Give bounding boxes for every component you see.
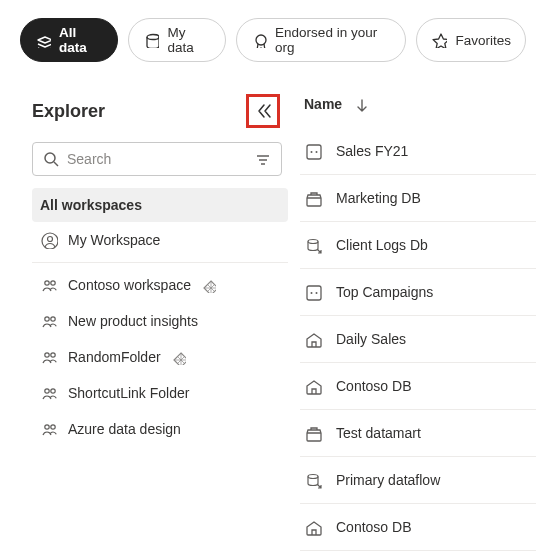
group-icon <box>40 348 58 366</box>
item-label: Contoso DB <box>336 378 411 394</box>
dataflow-icon <box>304 236 322 254</box>
stack-icon <box>35 32 51 48</box>
dataset-icon <box>304 142 322 160</box>
workspace-item-rand[interactable]: RandomFolder <box>32 339 288 375</box>
search-icon <box>42 150 60 168</box>
workspace-item-short[interactable]: ShortcutLink Folder <box>32 375 288 411</box>
house-icon <box>304 330 322 348</box>
item-label: Top Campaigns <box>336 284 433 300</box>
item-row[interactable]: Contoso DB <box>300 363 536 410</box>
workspace-label: Contoso workspace <box>68 277 191 293</box>
workspace-item-all[interactable]: All workspaces <box>32 188 288 222</box>
item-label: Daily Sales <box>336 331 406 347</box>
filter-pill-all[interactable]: All data <box>20 18 118 62</box>
filter-pill-mine[interactable]: My data <box>128 18 226 62</box>
explorer-panel: Explorer All workspacesMy WorkspaceConto… <box>0 72 300 560</box>
diamond-icon <box>171 350 186 365</box>
diamond-icon <box>201 278 216 293</box>
item-row[interactable]: Top Campaigns <box>300 269 536 316</box>
workspace-item-myws[interactable]: My Workspace <box>32 222 288 258</box>
item-label: Sales FY21 <box>336 143 408 159</box>
badge-icon <box>251 32 267 48</box>
sort-arrow-down-icon <box>352 96 368 112</box>
workspace-label: RandomFolder <box>68 349 161 365</box>
filter-pills-row: All data My data Endorsed in your org Fa… <box>0 0 546 72</box>
datamart-icon <box>304 189 322 207</box>
item-label: Contoso DB <box>336 519 411 535</box>
filter-icon[interactable] <box>254 151 272 169</box>
content-panel: Name Sales FY21 Marketing DB Client Logs… <box>300 72 546 560</box>
workspace-list: All workspacesMy WorkspaceContoso worksp… <box>32 188 288 447</box>
workspace-label: Azure data design <box>68 421 181 437</box>
item-row[interactable]: Daily Sales <box>300 316 536 363</box>
item-row[interactable]: Sales FY21 <box>300 128 536 175</box>
explorer-title: Explorer <box>32 101 105 122</box>
item-row[interactable]: Client Logs Db <box>300 222 536 269</box>
item-row[interactable]: Test datamart <box>300 410 536 457</box>
workspace-label: My Workspace <box>68 232 160 248</box>
item-label: Test datamart <box>336 425 421 441</box>
item-label: Primary dataflow <box>336 472 440 488</box>
star-icon <box>431 32 447 48</box>
datamart-icon <box>304 424 322 442</box>
collapse-explorer-button[interactable] <box>246 94 280 128</box>
search-input[interactable] <box>32 142 282 176</box>
workspace-label: ShortcutLink Folder <box>68 385 189 401</box>
pill-label: Endorsed in your org <box>275 25 391 55</box>
house-icon <box>304 377 322 395</box>
item-label: Client Logs Db <box>336 237 428 253</box>
workspace-label: New product insights <box>68 313 198 329</box>
filter-pill-endorsed[interactable]: Endorsed in your org <box>236 18 406 62</box>
item-row[interactable]: Primary dataflow <box>300 551 536 560</box>
house-icon <box>304 518 322 536</box>
item-row[interactable]: Primary dataflow <box>300 457 536 504</box>
column-header-name[interactable]: Name <box>300 72 536 128</box>
item-label: Marketing DB <box>336 190 421 206</box>
workspace-label: All workspaces <box>40 197 142 213</box>
item-row[interactable]: Contoso DB <box>300 504 536 551</box>
dataflow-icon <box>304 471 322 489</box>
chevrons-left-icon <box>253 101 273 121</box>
name-header-label: Name <box>304 96 342 112</box>
group-icon <box>40 276 58 294</box>
workspace-item-contoso[interactable]: Contoso workspace <box>32 267 288 303</box>
person-icon <box>40 231 58 249</box>
pill-label: Favorites <box>455 33 511 48</box>
group-icon <box>40 384 58 402</box>
pill-label: My data <box>167 25 211 55</box>
dataset-icon <box>304 283 322 301</box>
workspace-item-npi[interactable]: New product insights <box>32 303 288 339</box>
item-row[interactable]: Marketing DB <box>300 175 536 222</box>
pill-label: All data <box>59 25 103 55</box>
cylinder-icon <box>143 32 159 48</box>
divider <box>32 262 288 263</box>
filter-pill-fav[interactable]: Favorites <box>416 18 526 62</box>
group-icon <box>40 312 58 330</box>
group-icon <box>40 420 58 438</box>
item-list: Sales FY21 Marketing DB Client Logs Db T… <box>300 128 536 560</box>
workspace-item-azure[interactable]: Azure data design <box>32 411 288 447</box>
